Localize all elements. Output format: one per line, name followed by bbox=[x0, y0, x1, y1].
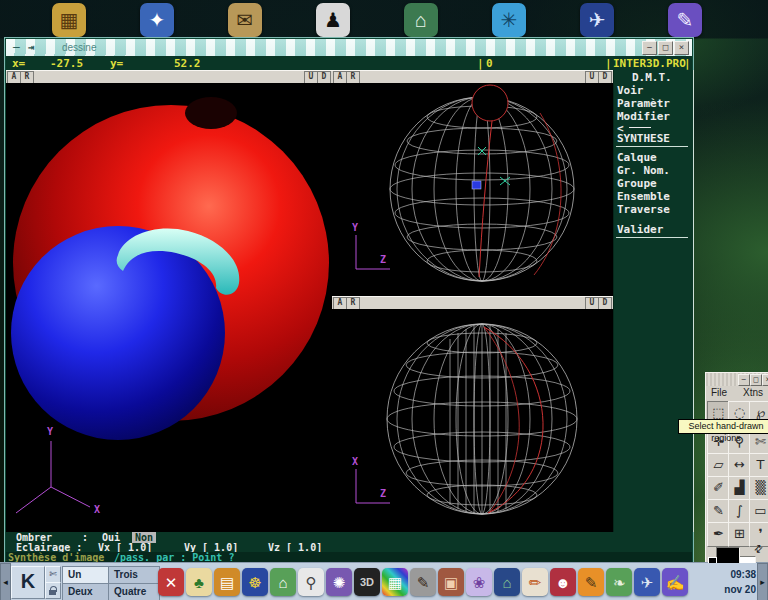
pencil-tool-button[interactable]: ✎ bbox=[707, 499, 730, 524]
ant-icon[interactable]: ✳ bbox=[492, 3, 526, 37]
text-tool-button[interactable]: T bbox=[749, 453, 768, 478]
window-titlebar[interactable]: ─ ⇥ dessine − □ × bbox=[6, 39, 692, 56]
panel-hide-left-arrow[interactable]: ◂ bbox=[0, 563, 11, 600]
menu-item-traverse[interactable]: Traverse bbox=[617, 203, 670, 216]
flower-search-glyph: ❀ bbox=[473, 575, 486, 590]
menu-item-synthese[interactable]: SYNTHESE bbox=[617, 132, 670, 145]
bucket-fill-tool-button[interactable]: ▟ bbox=[728, 476, 751, 501]
home-glyph: ⌂ bbox=[415, 9, 427, 32]
rocket-icon[interactable]: ✈ bbox=[580, 3, 614, 37]
ink-tool-button[interactable]: ✒ bbox=[707, 522, 730, 547]
menu-separator bbox=[616, 146, 688, 147]
pencil-icon[interactable]: ✏ bbox=[522, 568, 548, 596]
figure-icon[interactable]: ☻ bbox=[550, 568, 576, 596]
wireframe-top-render: X Z bbox=[332, 309, 613, 532]
notes-icon[interactable]: ✎ bbox=[668, 3, 702, 37]
orange-pencil-icon[interactable]: ✎ bbox=[578, 568, 604, 596]
palette-glyph: ▦ bbox=[388, 575, 402, 590]
ant-glyph: ✳ bbox=[501, 8, 518, 32]
birdhouse-icon[interactable]: ⌂ bbox=[270, 568, 296, 596]
menu-item-gr-nom[interactable]: Gr. Nom. bbox=[617, 164, 670, 177]
file-cabinet-icon[interactable]: ▤ bbox=[214, 568, 240, 596]
figure-glyph: ☻ bbox=[555, 575, 571, 590]
notepad-icon[interactable]: ✍ bbox=[662, 568, 688, 596]
pager-desktop-un[interactable]: Un bbox=[62, 566, 114, 584]
gimp-titlebar[interactable]: − □ × bbox=[706, 373, 768, 386]
dictionary-icon[interactable]: ✕ bbox=[158, 568, 184, 596]
coord-x-label: x= bbox=[12, 57, 25, 70]
paint-leaf-icon[interactable]: ❧ bbox=[606, 568, 632, 596]
menu-item-calque[interactable]: Calque bbox=[617, 151, 657, 164]
k-menu-button[interactable]: K bbox=[11, 566, 45, 599]
sports-glyph: ✦ bbox=[149, 8, 166, 32]
paint-leaf-glyph: ❧ bbox=[613, 575, 626, 590]
menu-item-dmt[interactable]: D.M.T. bbox=[632, 71, 672, 84]
lock-button[interactable] bbox=[45, 582, 61, 599]
eraser-tool-button[interactable]: ▭ bbox=[749, 499, 768, 524]
menu-item-groupe[interactable]: Groupe bbox=[617, 177, 657, 190]
menu-item-ensemble[interactable]: Ensemble bbox=[617, 190, 670, 203]
color-picker-tool-button[interactable]: ✐ bbox=[707, 476, 730, 501]
shade-icon[interactable]: ─ bbox=[13, 41, 20, 54]
status-line-ombrer: Ombrer : Oui Non bbox=[6, 532, 692, 542]
close-button[interactable]: × bbox=[674, 41, 689, 55]
panel-hide-right-arrow[interactable]: ▸ bbox=[757, 563, 768, 600]
sports-icon[interactable]: ✦ bbox=[140, 3, 174, 37]
wireframe-front-canvas[interactable]: Y Z bbox=[332, 83, 613, 296]
transform-tool-button[interactable]: ▱ bbox=[707, 453, 730, 478]
maximize-button[interactable]: □ bbox=[658, 41, 673, 55]
palette-icon[interactable]: ▦ bbox=[382, 568, 408, 596]
flip-tool-button[interactable]: ↔ bbox=[728, 453, 751, 478]
web-home-icon[interactable]: ⌂ bbox=[494, 568, 520, 596]
clock-applet[interactable]: 09:38 nov 20 bbox=[724, 567, 756, 597]
molecule-icon[interactable]: ✺ bbox=[326, 568, 352, 596]
maximize-button[interactable]: □ bbox=[750, 374, 762, 386]
doc-search-icon[interactable]: ⚲ bbox=[298, 568, 324, 596]
default-colors-icon[interactable] bbox=[708, 557, 717, 564]
wireframe-top-canvas[interactable]: X Z bbox=[332, 309, 613, 532]
app-name-label: INTER3D.PRO bbox=[613, 57, 686, 70]
coordinate-bar: x= -27.5 y= 52.2 | 0 | INTER3D.PRO | bbox=[6, 56, 692, 71]
notes-glyph: ✎ bbox=[677, 8, 694, 32]
pencil-glyph: ✏ bbox=[529, 575, 542, 590]
pager-desktop-trois[interactable]: Trois bbox=[108, 566, 160, 584]
desktop-notes-icon[interactable]: ♣ bbox=[186, 568, 212, 596]
window-list-button[interactable]: ✄ bbox=[45, 566, 61, 583]
photo-icon[interactable]: ▣ bbox=[438, 568, 464, 596]
clock-time: 09:38 bbox=[724, 567, 756, 582]
coord-y-value: 52.2 bbox=[174, 57, 201, 70]
axis-triad bbox=[16, 441, 90, 513]
modeler-3d-icon[interactable]: 3D bbox=[354, 568, 380, 596]
padlock-body bbox=[49, 590, 56, 595]
menu-item-valider[interactable]: Valider bbox=[617, 223, 663, 236]
package-icon[interactable]: ▦ bbox=[52, 3, 86, 37]
foreground-color-swatch[interactable] bbox=[716, 547, 740, 564]
minimize-button[interactable]: − bbox=[642, 41, 657, 55]
minimize-button[interactable]: − bbox=[738, 374, 750, 386]
shaded-viewport-canvas[interactable]: Y X bbox=[6, 83, 332, 532]
mail-icon[interactable]: ✉ bbox=[228, 3, 262, 37]
back-arrow-line bbox=[629, 127, 651, 128]
tux-icon[interactable]: ♟ bbox=[316, 3, 350, 37]
close-button[interactable]: × bbox=[762, 374, 768, 386]
flower-search-icon[interactable]: ❀ bbox=[466, 568, 492, 596]
helm-flag-icon[interactable]: ☸ bbox=[242, 568, 268, 596]
paintbrush-tool-button[interactable]: ∫ bbox=[728, 499, 751, 524]
home-icon[interactable]: ⌂ bbox=[404, 3, 438, 37]
window-title: dessine bbox=[62, 42, 96, 53]
menu-item-voir[interactable]: Voir bbox=[617, 84, 644, 97]
pager-desktop-quatre[interactable]: Quatre bbox=[108, 583, 160, 600]
gimp-menu-file[interactable]: File bbox=[711, 387, 727, 398]
gimp-menu-xtns[interactable]: Xtns bbox=[743, 387, 763, 398]
rocket-pen-glyph: ✈ bbox=[641, 575, 654, 590]
gradient-tool-button[interactable]: ▒ bbox=[749, 476, 768, 501]
clone-tool-button[interactable]: ⊞ bbox=[728, 522, 751, 547]
pin-icon[interactable]: ⇥ bbox=[28, 41, 35, 54]
pager-desktop-deux[interactable]: Deux bbox=[62, 583, 114, 600]
axis-label-y: Y bbox=[47, 426, 53, 437]
gimp-icon[interactable]: ✎ bbox=[410, 568, 436, 596]
menu-item-modifier[interactable]: Modifier bbox=[617, 110, 670, 123]
coord-y-label: y= bbox=[110, 57, 123, 70]
menu-item-parametr[interactable]: Paramètr bbox=[617, 97, 670, 110]
rocket-pen-icon[interactable]: ✈ bbox=[634, 568, 660, 596]
